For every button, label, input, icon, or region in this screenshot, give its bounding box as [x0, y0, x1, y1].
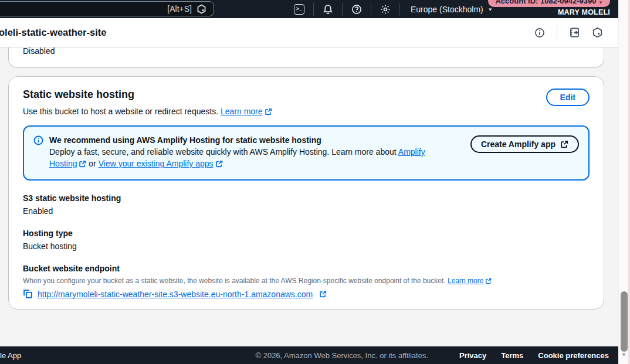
- notifications-bell-icon[interactable]: [314, 0, 342, 18]
- field-bucket-website-endpoint: Bucket website endpoint When you configu…: [23, 264, 590, 299]
- account-area: Account ID: 1082-0942-9390 ▼ MARY MOLELI: [488, 0, 610, 16]
- external-link-icon: [319, 290, 327, 298]
- field-value: Bucket hosting: [23, 241, 590, 251]
- static-website-hosting-card: Static website hosting Use this bucket t…: [8, 76, 604, 309]
- field-label: S3 static website hosting: [23, 193, 590, 203]
- previous-setting-value: Disabled: [23, 47, 590, 56]
- field-hosting-type: Hosting type Bucket hosting: [23, 229, 590, 251]
- existing-amplify-apps-link[interactable]: View your existing Amplify apps: [99, 159, 214, 168]
- copy-icon[interactable]: [23, 289, 33, 299]
- learn-more-link[interactable]: Learn more: [448, 277, 483, 285]
- copyright-text: © 2026, Amazon Web Services, Inc. or its…: [255, 351, 428, 360]
- region-selector[interactable]: Europe (Stockholm) ▼: [400, 5, 503, 14]
- search-shortcut-label: [Alt+S]: [167, 4, 192, 13]
- alert-body: Deploy a fast, secure, and reliable webs…: [49, 146, 439, 169]
- cloudshell-icon[interactable]: >_: [285, 0, 313, 18]
- footer-left-label[interactable]: le App: [0, 351, 21, 360]
- region-label: Europe (Stockholm): [411, 5, 483, 14]
- bucket-website-endpoint-link[interactable]: http://marymoleli-static-weather-site.s3…: [38, 290, 313, 299]
- previous-settings-card: Disabled: [8, 47, 604, 68]
- external-link-icon: [265, 108, 272, 115]
- external-link-icon: [560, 140, 568, 148]
- open-panel-notebook-icon[interactable]: [569, 27, 580, 38]
- endpoint-description: When you configure your bucket as a stat…: [23, 277, 590, 285]
- header-icon-group: [534, 26, 603, 40]
- card-title: Static website hosting: [23, 89, 272, 101]
- amazon-q-icon: [197, 4, 206, 14]
- topbar-icon-group: >_ Europe (Stockholm) ▼: [285, 0, 503, 18]
- chevron-down-icon: ▼: [598, 0, 603, 5]
- page-header-bar: oleli-static-weather-site: [0, 18, 618, 47]
- create-amplify-app-button[interactable]: Create Amplify app: [470, 135, 579, 153]
- footer-link-cookie-preferences[interactable]: Cookie preferences: [538, 351, 609, 360]
- user-name-label: MARY MOLELI: [558, 8, 610, 16]
- info-icon[interactable]: [534, 28, 545, 38]
- settings-gear-icon[interactable]: [371, 0, 399, 18]
- card-subtitle: Use this bucket to host a website or red…: [23, 107, 272, 116]
- edit-button[interactable]: Edit: [546, 89, 590, 106]
- main-content: Disabled Static website hosting Use this…: [0, 47, 618, 346]
- external-link-icon: [215, 160, 223, 168]
- learn-more-link[interactable]: Learn more: [221, 107, 263, 116]
- amplify-recommendation-alert: We recommend using AWS Amplify Hosting f…: [23, 125, 590, 181]
- alert-title: We recommend using AWS Amplify Hosting f…: [49, 134, 439, 146]
- external-link-icon: [79, 160, 86, 168]
- external-link-icon: [485, 278, 492, 284]
- top-navigation-bar: [Alt+S] >_: [0, 0, 618, 18]
- footer-link-terms[interactable]: Terms: [501, 351, 523, 360]
- search-input[interactable]: [Alt+S]: [0, 1, 214, 16]
- divider: [557, 26, 557, 40]
- amazon-q-hexagon-icon[interactable]: [592, 27, 603, 38]
- scrollbar-thumb[interactable]: [621, 291, 628, 352]
- field-s3-static-hosting: S3 static website hosting Enabled: [23, 193, 590, 216]
- account-id-badge[interactable]: Account ID: 1082-0942-9390 ▼: [488, 0, 610, 7]
- field-label: Hosting type: [23, 229, 590, 238]
- info-icon: [33, 135, 43, 145]
- field-value: Enabled: [23, 206, 590, 216]
- vertical-scrollbar[interactable]: ▼: [618, 0, 630, 364]
- console-footer: le App © 2026, Amazon Web Services, Inc.…: [0, 346, 618, 364]
- help-icon[interactable]: [343, 0, 371, 18]
- field-label: Bucket website endpoint: [23, 264, 590, 273]
- page-title: oleli-static-weather-site: [0, 27, 106, 38]
- footer-link-privacy[interactable]: Privacy: [459, 351, 486, 360]
- scrollbar-down-arrow[interactable]: ▼: [619, 352, 629, 358]
